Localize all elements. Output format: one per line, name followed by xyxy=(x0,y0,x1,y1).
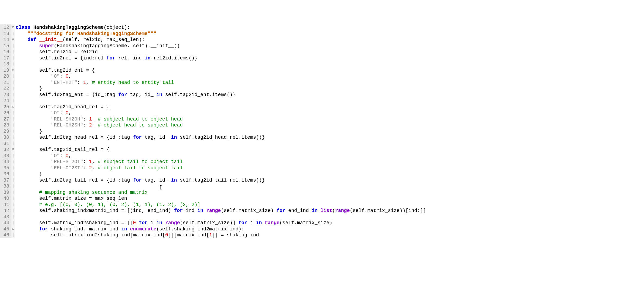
fold-marker[interactable]: │ xyxy=(11,171,15,177)
code-line[interactable]: """docstring for HandshakingTaggingSchem… xyxy=(16,31,644,37)
fold-marker[interactable]: │ xyxy=(11,177,15,183)
line-number[interactable]: 21 xyxy=(1,80,9,86)
line-number[interactable]: 31 xyxy=(1,141,9,147)
fold-marker[interactable]: │ xyxy=(11,55,15,61)
fold-marker[interactable]: │ xyxy=(11,110,15,116)
code-line[interactable]: self.rel2id = rel2id xyxy=(16,49,644,55)
code-line[interactable]: "REL-OH2SH": 2, # object head to subject… xyxy=(16,122,644,128)
line-number[interactable]: 28 xyxy=(1,122,9,128)
fold-marker[interactable]: ⊟ xyxy=(11,226,15,232)
fold-marker[interactable]: │ xyxy=(11,92,15,98)
line-number[interactable]: 45 xyxy=(1,226,9,232)
fold-marker[interactable]: │ xyxy=(11,61,15,67)
code-line[interactable]: "REL-ST2OT": 1, # subject tail to object… xyxy=(16,159,644,165)
line-number[interactable]: 16 xyxy=(1,49,9,55)
fold-marker[interactable]: │ xyxy=(11,73,15,80)
code-line[interactable]: "REL-SH2OH": 1, # subject head to object… xyxy=(16,116,644,122)
fold-marker[interactable]: │ xyxy=(11,208,15,214)
line-number[interactable]: 17 xyxy=(1,55,9,61)
fold-marker[interactable]: │ xyxy=(11,165,15,171)
fold-marker[interactable]: │ xyxy=(11,49,15,55)
code-line[interactable]: # mapping shaking sequence and matrix xyxy=(16,189,644,196)
fold-marker[interactable]: │ xyxy=(11,116,15,122)
code-line[interactable] xyxy=(16,141,644,147)
fold-marker[interactable]: │ xyxy=(11,202,15,208)
code-line[interactable]: } xyxy=(16,171,644,177)
code-line[interactable]: self.shaking_ind2matrix_ind = [(ind, end… xyxy=(16,208,644,214)
line-number[interactable]: 27 xyxy=(1,116,9,122)
line-number[interactable]: 41 xyxy=(1,202,9,208)
line-number[interactable]: 38 xyxy=(1,183,9,189)
line-number[interactable]: 39 xyxy=(1,189,9,196)
fold-marker[interactable]: │ xyxy=(11,153,15,159)
fold-marker[interactable]: │ xyxy=(11,43,15,49)
code-line[interactable]: self.id2tag_ent = {id_:tag for tag, id_ … xyxy=(16,92,644,98)
code-line[interactable]: self.id2tag_tail_rel = {id_:tag for tag,… xyxy=(16,177,644,183)
line-number[interactable]: 23 xyxy=(1,92,9,98)
fold-marker[interactable]: │ xyxy=(11,214,15,220)
code-line[interactable]: super(HandshakingTaggingScheme, self).__… xyxy=(16,43,644,49)
line-number[interactable]: 22 xyxy=(1,85,9,92)
line-number[interactable]: 26 xyxy=(1,110,9,116)
code-line[interactable]: "REL-OT2ST": 2, # object tail to subject… xyxy=(16,165,644,171)
line-number[interactable]: 43 xyxy=(1,214,9,220)
fold-marker[interactable]: │ xyxy=(11,122,15,128)
line-number[interactable]: 42 xyxy=(1,208,9,214)
code-line[interactable]: self.matrix_ind2shaking_ind = [[0 for i … xyxy=(16,220,644,226)
fold-marker[interactable]: │ xyxy=(11,189,15,196)
line-number[interactable]: 14 xyxy=(1,37,9,43)
line-number[interactable]: 46 xyxy=(1,232,9,238)
fold-marker[interactable]: │ xyxy=(11,85,15,92)
code-line[interactable]: } xyxy=(16,85,644,92)
line-number[interactable]: 32 xyxy=(1,147,9,153)
line-number[interactable]: 33 xyxy=(1,153,9,159)
fold-marker[interactable]: ⊟ xyxy=(11,104,15,110)
code-line[interactable]: class HandshakingTaggingScheme(object): xyxy=(16,24,644,31)
line-number-gutter[interactable]: 1213141516171819202122232425262728293031… xyxy=(0,24,11,238)
line-number[interactable]: 15 xyxy=(1,43,9,49)
line-number[interactable]: 24 xyxy=(1,98,9,104)
line-number[interactable]: 20 xyxy=(1,73,9,80)
line-number[interactable]: 29 xyxy=(1,128,9,135)
fold-marker[interactable]: │ xyxy=(11,141,15,147)
line-number[interactable]: 18 xyxy=(1,61,9,67)
fold-marker[interactable]: │ xyxy=(11,80,15,86)
fold-marker[interactable]: │ xyxy=(11,134,15,141)
code-editor[interactable]: 1213141516171819202122232425262728293031… xyxy=(0,24,644,238)
code-line[interactable]: "O": 0, xyxy=(16,153,644,159)
fold-marker[interactable]: │ xyxy=(11,195,15,202)
fold-marker[interactable]: │ xyxy=(11,220,15,226)
fold-marker[interactable]: ⊟ xyxy=(11,24,15,31)
fold-marker[interactable]: │ xyxy=(11,232,15,238)
code-line[interactable]: "ENT-H2T": 1, # entity head to entity ta… xyxy=(16,80,644,86)
line-number[interactable]: 36 xyxy=(1,171,9,177)
code-line[interactable]: I xyxy=(16,183,644,189)
code-line[interactable]: self.matrix_ind2shaking_ind[matrix_ind[0… xyxy=(16,232,644,238)
fold-marker[interactable]: │ xyxy=(11,31,15,37)
code-line[interactable] xyxy=(16,61,644,67)
code-line[interactable]: "O": 0, xyxy=(16,110,644,116)
code-line[interactable] xyxy=(16,214,644,220)
code-line[interactable]: self.tag2id_ent = { xyxy=(16,67,644,74)
code-line[interactable]: self.id2rel = {ind:rel for rel, ind in r… xyxy=(16,55,644,61)
fold-column[interactable]: ⊟│⊟││││⊟│││││⊟││││││⊟││││││││││││⊟│ xyxy=(11,24,15,238)
fold-marker[interactable]: │ xyxy=(11,128,15,135)
line-number[interactable]: 34 xyxy=(1,159,9,165)
code-line[interactable]: for shaking_ind, matrix_ind in enumerate… xyxy=(16,226,644,232)
code-area[interactable]: class HandshakingTaggingScheme(object): … xyxy=(15,24,644,238)
code-line[interactable]: } xyxy=(16,128,644,135)
line-number[interactable]: 12 xyxy=(1,24,9,31)
code-line[interactable]: self.tag2id_head_rel = { xyxy=(16,104,644,110)
line-number[interactable]: 13 xyxy=(1,31,9,37)
line-number[interactable]: 19 xyxy=(1,67,9,74)
code-line[interactable]: def __init__(self, rel2id, max_seq_len): xyxy=(16,37,644,43)
code-line[interactable]: # e.g. [(0, 0), (0, 1), (0, 2), (1, 1), … xyxy=(16,202,644,208)
code-line[interactable]: self.matrix_size = max_seq_len xyxy=(16,195,644,202)
fold-marker[interactable]: ⊟ xyxy=(11,37,15,43)
line-number[interactable]: 30 xyxy=(1,134,9,141)
code-line[interactable] xyxy=(16,98,644,104)
code-line[interactable]: self.id2tag_head_rel = {id_:tag for tag,… xyxy=(16,134,644,141)
fold-marker[interactable]: │ xyxy=(11,183,15,189)
line-number[interactable]: 37 xyxy=(1,177,9,183)
fold-marker[interactable]: ⊟ xyxy=(11,67,15,74)
